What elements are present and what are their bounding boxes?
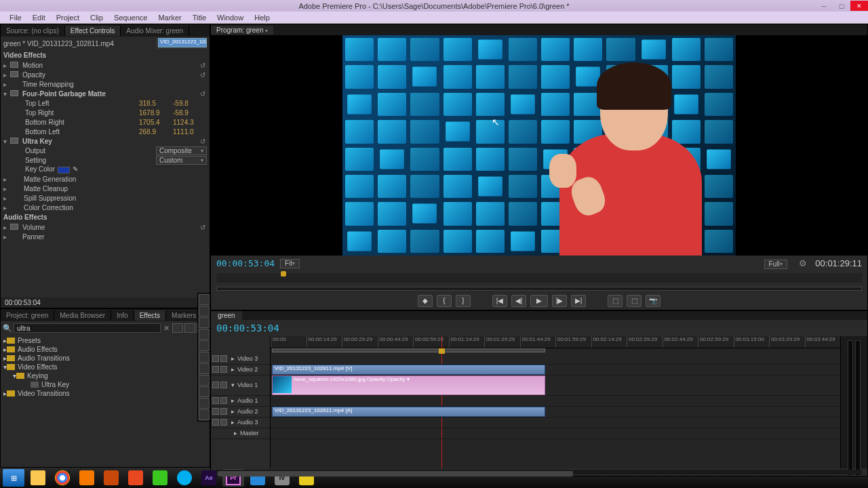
reset-icon[interactable]: ↺ [199,71,207,79]
tree-keying[interactable]: Keying [27,372,48,380]
hand-tool[interactable] [199,398,210,409]
program-timecode-out[interactable]: 00:01:29:11 [815,258,862,268]
work-area-bar[interactable] [272,348,545,352]
timeline-zoom-scroll[interactable] [216,470,862,474]
track-a2[interactable]: VID_20131223_102811.mp4 [A] [271,407,840,418]
clip-audio[interactable]: VID_20131223_102811.mp4 [A] [272,407,545,417]
param-br-y[interactable]: 1124.3 [173,119,207,126]
mute-icon[interactable] [212,397,219,404]
lock-icon[interactable] [220,397,227,404]
tab-effects[interactable]: Effects [134,310,166,321]
play-button[interactable]: ▶ [530,295,548,307]
menu-project[interactable]: Project [51,14,85,22]
program-tab[interactable]: Program: green [211,26,273,35]
menu-window[interactable]: Window [212,14,249,22]
tab-effect-controls[interactable]: Effect Controls [65,26,121,36]
track-v1[interactable]: neon_squares-1920x1080.jpg Opacity:Opaci… [271,375,840,396]
eye-icon[interactable] [212,355,219,362]
rolling-edit-tool[interactable] [199,329,210,340]
track-header-a3[interactable]: ▸Audio 3 [211,418,270,428]
razor-tool[interactable] [199,352,210,363]
program-timecode-in[interactable]: 00:00:53:04 [216,258,275,268]
twirl-icon[interactable]: ▸ [3,204,10,211]
track-v2[interactable]: VID_20131223_102811.mp4 [V] [271,365,840,375]
lock-icon[interactable] [220,355,227,362]
menu-edit[interactable]: Edit [27,14,51,22]
rate-stretch-tool[interactable] [199,340,210,351]
program-monitor[interactable]: ↖ [211,35,867,256]
twirl-icon[interactable]: ▾ [3,138,10,145]
twirl-icon[interactable]: ▸ [3,62,10,69]
lock-icon[interactable] [220,419,227,426]
taskbar-app[interactable] [149,469,171,487]
start-button[interactable]: ⊞ [3,469,24,487]
32bit-fx-icon[interactable] [184,323,195,333]
param-tr-x[interactable]: 1678.9 [139,109,173,117]
tree-audio-effects[interactable]: Audio Effects [18,346,58,353]
param-color-correction[interactable]: Color Correction [10,204,207,211]
tab-info[interactable]: Info [111,310,134,321]
lift-button[interactable]: ⬚ [608,295,623,307]
eyedropper-icon[interactable]: ✎ [73,165,79,172]
program-scrub-bar[interactable] [216,273,862,283]
twirl-icon[interactable]: ▸ [3,233,10,241]
tab-source[interactable]: Source: (no clips) [1,26,65,36]
minimize-button[interactable]: ─ [815,1,833,11]
param-spill-suppression[interactable]: Spill Suppression [10,195,207,202]
effect-garbage-matte[interactable]: Four-Point Garbage Matte [20,90,199,98]
export-frame-button[interactable]: 📷 [646,295,660,307]
track-a1[interactable] [271,396,840,407]
track-header-v3[interactable]: ▸Video 3 [211,354,270,365]
param-tr-y[interactable]: -58.9 [173,109,207,117]
menu-clip[interactable]: Clip [85,14,108,22]
scrub-marker[interactable] [281,271,286,277]
menu-help[interactable]: Help [249,14,275,22]
track-select-tool[interactable] [199,306,210,317]
effect-motion[interactable]: Motion [20,62,199,69]
twirl-icon[interactable]: ▸ [3,185,10,192]
taskbar-chrome[interactable] [52,469,73,487]
track-header-a1[interactable]: ▸Audio 1 [211,396,270,407]
slide-tool[interactable] [199,375,210,386]
reset-icon[interactable]: ↺ [199,138,207,145]
track-v3[interactable] [271,354,840,365]
extract-button[interactable]: ⬚ [627,295,642,307]
param-tl-y[interactable]: -59.8 [173,100,207,107]
settings-icon[interactable]: ⚙ [799,258,807,268]
tab-audio-mixer[interactable]: Audio Mixer: green [121,26,189,36]
ripple-edit-tool[interactable] [199,317,210,328]
param-tl-x[interactable]: 318.5 [139,100,173,107]
twirl-icon[interactable]: ▸ [3,195,10,202]
twirl-icon[interactable]: ▸ [3,81,10,88]
pen-tool[interactable] [199,386,210,397]
slip-tool[interactable] [199,363,210,374]
add-marker-button[interactable]: ◆ [418,295,433,307]
setting-dropdown[interactable]: Custom [156,156,207,165]
step-back-button[interactable]: ◀| [511,295,526,307]
reset-icon[interactable]: ↺ [199,224,207,231]
effect-opacity[interactable]: Opacity [20,71,199,79]
track-header-v1[interactable]: ▾Video 1 [211,375,270,396]
twirl-icon[interactable]: ▸ [3,71,10,79]
output-dropdown[interactable]: Composite [156,146,207,155]
track-header-a2[interactable]: ▸Audio 2 [211,407,270,418]
tab-project[interactable]: Project: green [1,310,54,321]
step-forward-button[interactable]: |▶ [552,295,567,307]
taskbar-app[interactable] [100,469,122,487]
accelerated-fx-icon[interactable] [172,323,183,333]
zoom-fit-dropdown[interactable]: Fit [280,259,300,268]
effect-ultra-key[interactable]: Ultra Key [20,138,199,145]
clip-video[interactable]: VID_20131223_102811.mp4 [V] [272,365,545,375]
maximize-button[interactable]: ▢ [833,1,850,11]
track-header-v2[interactable]: ▸Video 2 [211,365,270,375]
effect-panner[interactable]: Panner [20,233,207,241]
twirl-icon[interactable]: ▸ [3,176,10,183]
mark-out-button[interactable]: } [456,295,471,307]
clip-image[interactable]: neon_squares-1920x1080.jpg Opacity:Opaci… [272,375,545,395]
track-header-master[interactable]: ▸Master [211,428,270,439]
clear-search-icon[interactable]: ✕ [163,324,170,333]
close-button[interactable]: ✕ [850,1,868,11]
reset-icon[interactable]: ↺ [199,62,207,69]
menu-sequence[interactable]: Sequence [108,14,153,22]
effect-time-remapping[interactable]: Time Remapping [20,81,207,88]
